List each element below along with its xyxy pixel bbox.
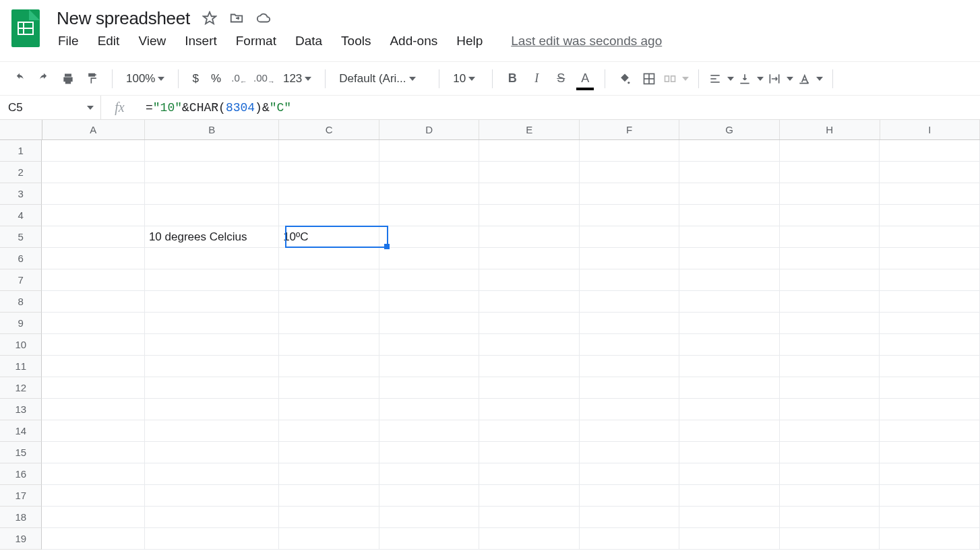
cell-E7[interactable] xyxy=(479,269,580,291)
row-header[interactable]: 19 xyxy=(0,528,42,550)
cell-H9[interactable] xyxy=(780,313,880,334)
cell-A10[interactable] xyxy=(42,334,144,356)
cell-G4[interactable] xyxy=(679,205,780,226)
cell-C19[interactable] xyxy=(279,528,379,550)
cell-I2[interactable] xyxy=(880,162,980,183)
cell-G11[interactable] xyxy=(679,356,780,377)
cell-D1[interactable] xyxy=(379,140,480,162)
menu-addons[interactable]: Add-ons xyxy=(390,34,437,48)
cell-H18[interactable] xyxy=(780,507,880,528)
cell-A7[interactable] xyxy=(42,269,144,291)
cell-I12[interactable] xyxy=(880,377,980,399)
menu-insert[interactable]: Insert xyxy=(185,34,217,48)
cell-B6[interactable] xyxy=(145,248,279,269)
row-header[interactable]: 4 xyxy=(0,205,42,226)
cell-I19[interactable] xyxy=(880,528,980,550)
cell-F4[interactable] xyxy=(580,205,680,226)
cell-A14[interactable] xyxy=(42,420,144,442)
cell-H6[interactable] xyxy=(780,248,880,269)
cell-F8[interactable] xyxy=(580,291,680,313)
cell-F9[interactable] xyxy=(580,313,680,334)
cell-I16[interactable] xyxy=(880,463,980,485)
strikethrough-button[interactable]: S xyxy=(551,69,571,89)
cell-E19[interactable] xyxy=(479,528,580,550)
cell-B3[interactable] xyxy=(145,183,279,205)
borders-icon[interactable] xyxy=(639,69,659,89)
cell-I10[interactable] xyxy=(880,334,980,356)
cell-H1[interactable] xyxy=(780,140,880,162)
cell-G8[interactable] xyxy=(679,291,780,313)
cell-B4[interactable] xyxy=(145,205,279,226)
cell-G9[interactable] xyxy=(679,313,780,334)
cell-I17[interactable] xyxy=(880,485,980,507)
cell-G14[interactable] xyxy=(679,420,780,442)
menu-data[interactable]: Data xyxy=(295,34,322,48)
cell-E18[interactable] xyxy=(479,507,580,528)
cell-G16[interactable] xyxy=(679,463,780,485)
cell-H10[interactable] xyxy=(780,334,880,356)
row-header[interactable]: 15 xyxy=(0,442,42,463)
cell-D11[interactable] xyxy=(379,356,480,377)
cell-E13[interactable] xyxy=(479,399,580,420)
cell-G13[interactable] xyxy=(679,399,780,420)
cell-B7[interactable] xyxy=(145,269,279,291)
cell-I11[interactable] xyxy=(880,356,980,377)
merge-cells-button[interactable] xyxy=(663,69,689,89)
cell-D13[interactable] xyxy=(379,399,480,420)
cell-I9[interactable] xyxy=(880,313,980,334)
row-header[interactable]: 13 xyxy=(0,399,42,420)
cell-B15[interactable] xyxy=(145,442,279,463)
cell-I15[interactable] xyxy=(880,442,980,463)
cell-I4[interactable] xyxy=(880,205,980,226)
cell-A9[interactable] xyxy=(42,313,144,334)
cell-H14[interactable] xyxy=(780,420,880,442)
cell-C10[interactable] xyxy=(279,334,379,356)
cell-H8[interactable] xyxy=(780,291,880,313)
cell-F6[interactable] xyxy=(580,248,680,269)
text-wrap-button[interactable] xyxy=(768,69,793,89)
cell-D14[interactable] xyxy=(379,420,480,442)
cell-H16[interactable] xyxy=(780,463,880,485)
cell-I6[interactable] xyxy=(880,248,980,269)
cell-D4[interactable] xyxy=(379,205,480,226)
cell-E9[interactable] xyxy=(479,313,580,334)
cell-A19[interactable] xyxy=(42,528,144,550)
cell-E10[interactable] xyxy=(479,334,580,356)
cell-B1[interactable] xyxy=(145,140,279,162)
cell-E12[interactable] xyxy=(479,377,580,399)
zoom-select[interactable]: 100% xyxy=(122,72,169,86)
cell-C14[interactable] xyxy=(279,420,379,442)
cell-D19[interactable] xyxy=(379,528,480,550)
cell-H17[interactable] xyxy=(780,485,880,507)
cell-G15[interactable] xyxy=(679,442,780,463)
star-icon[interactable] xyxy=(202,11,217,26)
cell-C1[interactable] xyxy=(279,140,379,162)
cell-C16[interactable] xyxy=(279,463,379,485)
cell-D6[interactable] xyxy=(379,248,480,269)
last-edit-link[interactable]: Last edit was seconds ago xyxy=(511,34,662,48)
cell-H13[interactable] xyxy=(780,399,880,420)
italic-button[interactable]: I xyxy=(526,69,547,89)
cell-F16[interactable] xyxy=(580,463,680,485)
cell-D9[interactable] xyxy=(379,313,480,334)
cell-C5[interactable]: 10ºC xyxy=(279,226,379,248)
cell-I8[interactable] xyxy=(880,291,980,313)
cell-A15[interactable] xyxy=(42,442,144,463)
cell-I7[interactable] xyxy=(880,269,980,291)
cell-A8[interactable] xyxy=(42,291,144,313)
cell-E1[interactable] xyxy=(479,140,580,162)
row-header[interactable]: 18 xyxy=(0,507,42,528)
cell-B13[interactable] xyxy=(145,399,279,420)
cell-D7[interactable] xyxy=(379,269,480,291)
percent-format-button[interactable]: % xyxy=(207,72,225,86)
cell-E8[interactable] xyxy=(479,291,580,313)
cell-F7[interactable] xyxy=(580,269,680,291)
cell-G19[interactable] xyxy=(679,528,780,550)
cell-F17[interactable] xyxy=(580,485,680,507)
cell-D10[interactable] xyxy=(379,334,480,356)
cell-A11[interactable] xyxy=(42,356,144,377)
cell-I14[interactable] xyxy=(880,420,980,442)
cell-B10[interactable] xyxy=(145,334,279,356)
column-header[interactable]: B xyxy=(145,120,279,139)
cell-B14[interactable] xyxy=(145,420,279,442)
